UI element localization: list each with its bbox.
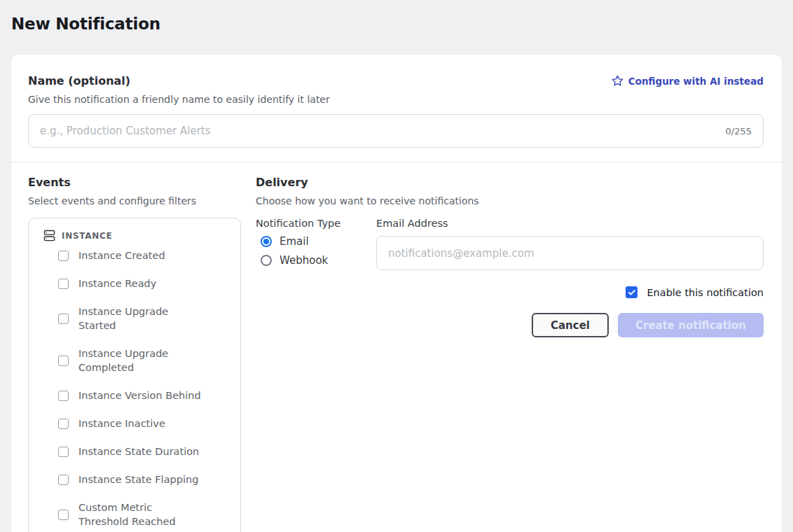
new-notification-card: Name (optional) Configure with AI instea…: [11, 55, 782, 532]
char-counter: 0/255: [726, 126, 752, 136]
name-input[interactable]: [40, 125, 717, 137]
radio-webhook-label: Webhook: [280, 254, 328, 267]
checkbox-icon[interactable]: [58, 419, 69, 429]
star-icon: [612, 75, 623, 87]
events-description: Select events and configure filters: [28, 195, 256, 206]
radio-email-label: Email: [280, 235, 309, 248]
checkmark-icon[interactable]: [626, 286, 637, 298]
checkbox-icon[interactable]: [58, 510, 69, 520]
enable-notification-label: Enable this notification: [647, 287, 764, 298]
event-group-instance: INSTANCE: [43, 230, 230, 241]
notification-type-label: Notification Type: [256, 218, 376, 229]
name-section-description: Give this notification a friendly name t…: [28, 94, 764, 105]
event-item-instance-inactive[interactable]: Instance Inactive: [43, 410, 230, 438]
delivery-column: Delivery Choose how you want to receive …: [256, 176, 764, 532]
event-item-instance-state-flapping[interactable]: Instance State Flapping: [43, 465, 230, 493]
events-delivery-columns: Events Select events and configure filte…: [28, 162, 764, 532]
checkbox-icon[interactable]: [58, 447, 69, 457]
notification-type-group: Notification Type Email Webhook: [256, 218, 376, 337]
email-input[interactable]: [388, 247, 752, 260]
checkbox-icon[interactable]: [58, 251, 69, 261]
configure-with-ai-link[interactable]: Configure with AI instead: [612, 75, 764, 87]
checkbox-icon[interactable]: [58, 356, 69, 366]
event-item-label: Instance Version Behind: [78, 388, 205, 402]
email-address-group: Email Address Enable this notification: [376, 218, 764, 337]
checkbox-icon[interactable]: [58, 475, 69, 485]
event-item-label: Instance Ready: [78, 276, 205, 290]
event-item-label: Instance Upgrade Started: [78, 304, 205, 332]
event-item-label: Instance State Duration: [78, 444, 205, 458]
page-title: New Notification: [0, 0, 793, 33]
event-item-label: Instance State Flapping: [78, 472, 205, 486]
checkbox-icon[interactable]: [58, 391, 69, 401]
events-column: Events Select events and configure filte…: [28, 176, 256, 532]
event-item-instance-upgrade-completed[interactable]: Instance Upgrade Completed: [43, 340, 230, 382]
event-item-instance-created[interactable]: Instance Created: [43, 241, 230, 270]
configure-with-ai-label: Configure with AI instead: [628, 76, 764, 87]
event-item-label: Custom Metric Threshold Reached: [78, 500, 205, 528]
event-group-label: INSTANCE: [62, 231, 113, 241]
events-list-box[interactable]: INSTANCE Instance Created Instance Ready…: [28, 218, 241, 532]
email-address-label: Email Address: [376, 218, 764, 229]
checkbox-icon[interactable]: [58, 279, 69, 289]
create-notification-button[interactable]: Create notification: [618, 313, 764, 337]
event-item-custom-metric-threshold[interactable]: Custom Metric Threshold Reached: [43, 493, 230, 532]
event-item-label: Instance Inactive: [78, 416, 205, 430]
delivery-title: Delivery: [256, 176, 764, 189]
server-icon: [43, 230, 55, 241]
events-title: Events: [28, 176, 256, 189]
event-item-label: Instance Upgrade Completed: [78, 346, 205, 374]
email-input-wrapper: [376, 236, 764, 270]
checkbox-icon[interactable]: [58, 314, 69, 324]
delivery-description: Choose how you want to receive notificat…: [256, 195, 764, 206]
event-item-instance-upgrade-started[interactable]: Instance Upgrade Started: [43, 298, 230, 340]
name-section-header: Name (optional) Configure with AI instea…: [28, 74, 764, 88]
radio-webhook[interactable]: Webhook: [256, 254, 376, 267]
action-buttons: Cancel Create notification: [376, 313, 764, 337]
event-item-label: Instance Created: [78, 248, 205, 262]
enable-notification-toggle[interactable]: Enable this notification: [376, 286, 764, 298]
event-item-instance-state-duration[interactable]: Instance State Duration: [43, 438, 230, 465]
delivery-form: Notification Type Email Webhook Email Ad…: [256, 218, 764, 337]
name-input-wrapper: 0/255: [28, 114, 764, 148]
radio-selected-icon[interactable]: [261, 236, 272, 247]
cancel-button[interactable]: Cancel: [532, 313, 609, 337]
event-item-instance-version-behind[interactable]: Instance Version Behind: [43, 382, 230, 410]
radio-email[interactable]: Email: [256, 235, 376, 248]
name-section-title: Name (optional): [28, 74, 130, 88]
radio-unselected-icon[interactable]: [261, 255, 272, 266]
event-item-instance-ready[interactable]: Instance Ready: [43, 270, 230, 298]
